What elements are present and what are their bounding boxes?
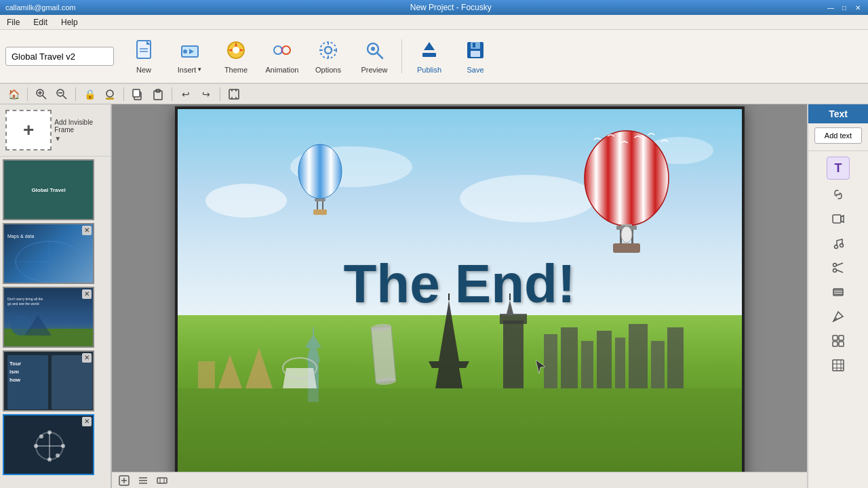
animation-button[interactable]: Animation (260, 33, 304, 80)
svg-marker-91 (305, 334, 321, 348)
slide-3[interactable]: ✕ Don't worry bring all the go and see t… (3, 287, 94, 348)
svg-point-7 (233, 47, 239, 54)
edit-mode-button[interactable] (117, 474, 131, 487)
insert-button[interactable]: Insert▼ (168, 33, 212, 80)
list-view-button[interactable] (136, 474, 150, 487)
add-frame-label: Add Invisible Frame (54, 119, 105, 134)
svg-line-30 (63, 96, 66, 99)
insert-label: Insert▼ (178, 66, 202, 74)
svg-point-32 (106, 90, 113, 97)
svg-point-18 (371, 47, 375, 51)
new-button[interactable]: New (122, 33, 165, 80)
minimize-button[interactable]: — (826, 3, 835, 12)
add-frame-box[interactable]: + (5, 110, 52, 150)
scissors-icon[interactable] (827, 257, 849, 279)
right-panel-title: Text (808, 104, 868, 123)
svg-rect-70 (317, 201, 318, 209)
slide-1[interactable]: Global Travel (3, 159, 94, 220)
svg-point-79 (621, 226, 632, 243)
slides-panel: + Add Invisible Frame ▼ Global Travel ✕ (0, 104, 112, 488)
user-email: callamilk@gmail.com (5, 3, 75, 12)
svg-point-66 (39, 434, 43, 439)
svg-rect-72 (313, 209, 327, 215)
svg-point-8 (274, 46, 282, 54)
svg-rect-95 (581, 341, 593, 388)
save-button[interactable]: Save (454, 33, 497, 80)
svg-rect-23 (471, 51, 480, 57)
slide-4-bg: Tour ism how (4, 352, 93, 410)
close-button[interactable]: ✕ (853, 3, 863, 12)
publish-button[interactable]: Publish (408, 33, 451, 80)
svg-rect-35 (133, 89, 140, 97)
add-frame-dropdown[interactable]: ▼ (54, 135, 105, 142)
project-name-input[interactable] (5, 47, 114, 66)
add-frame-icon: + (23, 119, 34, 141)
svg-point-113 (833, 264, 837, 267)
paste-button[interactable] (150, 86, 166, 102)
svg-rect-24 (473, 43, 475, 47)
svg-point-4 (183, 49, 187, 54)
options-button[interactable]: Options (307, 33, 350, 80)
svg-marker-101 (245, 348, 273, 388)
slide-5[interactable]: ✕ (3, 414, 94, 475)
toolbar2-divider-5 (220, 87, 220, 101)
zoom-in-button[interactable] (33, 86, 50, 102)
publish-label: Publish (417, 66, 441, 74)
menu-edit[interactable]: Edit (31, 16, 50, 28)
text-format-icon[interactable]: T (827, 157, 850, 180)
fullscreen-button[interactable] (226, 86, 242, 102)
zoom-out-button[interactable] (54, 86, 70, 102)
undo-button[interactable]: ↩ (178, 86, 194, 102)
home-button[interactable]: 🏠 (5, 86, 22, 102)
secondary-toolbar: 🏠 🔒 ↩ ↪ (0, 84, 868, 104)
redo-button[interactable]: ↪ (198, 86, 214, 102)
menu-file[interactable]: File (4, 16, 22, 28)
svg-rect-78 (621, 224, 632, 226)
slide-4-close[interactable]: ✕ (82, 353, 92, 363)
slide-2-bg: Maps & data (4, 224, 93, 283)
svg-rect-98 (629, 324, 648, 388)
layers-icon[interactable] (827, 281, 849, 303)
lock-button[interactable]: 🔒 (81, 86, 98, 102)
new-icon (133, 39, 155, 64)
svg-marker-20 (424, 42, 435, 50)
slide-2[interactable]: ✕ Maps & data (3, 223, 94, 284)
animation-label: Animation (266, 66, 299, 74)
color-button[interactable] (102, 86, 118, 102)
canvas-area[interactable]: The End! (112, 104, 807, 488)
grid-icon[interactable] (827, 330, 849, 352)
toolbar2-divider-3 (123, 87, 124, 101)
svg-rect-57 (52, 355, 92, 409)
slide-2-close[interactable]: ✕ (82, 226, 92, 235)
link-icon[interactable] (827, 184, 849, 205)
preview-button[interactable]: Preview (353, 33, 396, 80)
copy-button[interactable] (130, 86, 146, 102)
slide-5-bg (4, 415, 93, 474)
svg-marker-110 (841, 216, 844, 222)
svg-rect-99 (651, 341, 665, 388)
svg-text:go and see the world: go and see the world (7, 302, 39, 306)
right-panel: Text Add text T (807, 104, 868, 488)
music-icon[interactable] (827, 232, 849, 254)
svg-point-63 (47, 458, 52, 462)
menu-help[interactable]: Help (58, 16, 81, 28)
theme-button[interactable]: Theme (214, 33, 258, 80)
plane-icon[interactable] (827, 306, 849, 327)
svg-point-112 (840, 244, 844, 247)
add-text-button[interactable]: Add text (814, 127, 862, 144)
slide-5-close[interactable]: ✕ (82, 417, 92, 426)
presentation-frame: The End! (175, 106, 745, 486)
svg-rect-86 (371, 327, 396, 382)
slide-3-close[interactable]: ✕ (82, 289, 92, 299)
svg-line-116 (836, 270, 843, 272)
svg-point-62 (47, 430, 52, 434)
maximize-button[interactable]: □ (840, 3, 849, 12)
settings-mode-button[interactable] (155, 474, 169, 487)
slide-4[interactable]: ✕ Tour ism how (3, 350, 94, 411)
video-icon[interactable] (827, 208, 849, 230)
grid2-icon[interactable] (827, 354, 849, 376)
svg-rect-103 (198, 361, 215, 388)
publish-icon (418, 39, 440, 64)
svg-rect-109 (833, 215, 841, 223)
svg-rect-100 (667, 327, 684, 388)
